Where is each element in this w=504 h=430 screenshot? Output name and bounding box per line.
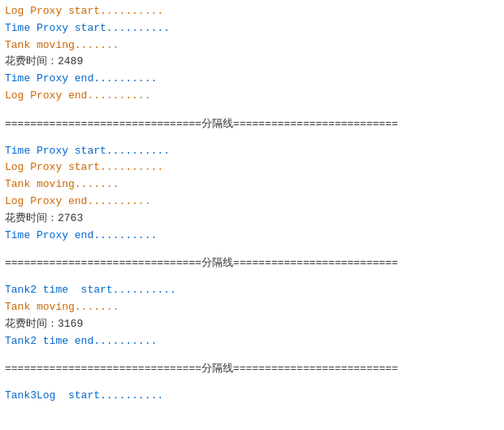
log-line: Time Proxy start..........: [5, 143, 499, 160]
log-line: Log Proxy end..........: [5, 88, 499, 105]
log-section-4: Tank3Log start..........: [5, 388, 499, 405]
log-line: Time Proxy end..........: [5, 71, 499, 88]
log-line: 花费时间：2763: [5, 211, 499, 228]
log-line: Tank3Log start..........: [5, 388, 499, 405]
log-line: Tank2 time end..........: [5, 333, 499, 350]
log-line: 花费时间：3169: [5, 316, 499, 333]
log-line: Log Proxy start..........: [5, 159, 499, 176]
log-section-2: Time Proxy start.......... Log Proxy sta…: [5, 143, 499, 245]
log-line: Time Proxy start..........: [5, 20, 499, 37]
log-section-1: Log Proxy start.......... Time Proxy sta…: [5, 3, 499, 105]
log-line: Log Proxy start..........: [5, 3, 499, 20]
log-line: Tank2 time start..........: [5, 282, 499, 299]
log-line: 花费时间：2489: [5, 54, 499, 71]
separator-line-1: ===============================分隔线======…: [5, 116, 499, 133]
log-section-3: Tank2 time start.......... Tank moving..…: [5, 282, 499, 350]
log-line: Log Proxy end..........: [5, 193, 499, 211]
log-line: Tank moving.......: [5, 299, 499, 316]
log-container: Log Proxy start.......... Time Proxy sta…: [0, 0, 504, 410]
log-line: Tank moving.......: [5, 176, 499, 193]
separator-line-2: ===============================分隔线======…: [5, 255, 499, 272]
log-line: Tank moving.......: [5, 37, 499, 54]
log-line: Time Proxy end..........: [5, 228, 499, 245]
separator-line-3: ===============================分隔线======…: [5, 361, 499, 378]
